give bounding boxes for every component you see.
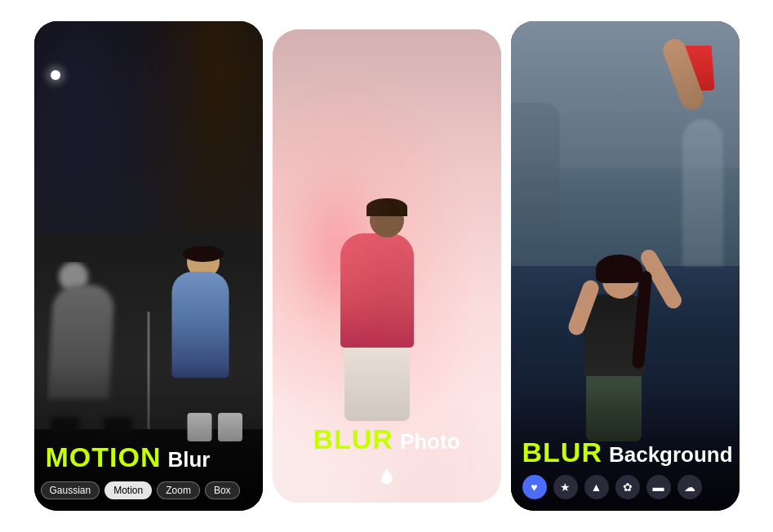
droplet-svg <box>378 468 396 485</box>
middle-title-line: BLUR Photo <box>313 423 460 455</box>
card-blur-photo[interactable]: BLUR Photo <box>273 29 501 503</box>
filter-tab-zoom[interactable]: Zoom <box>157 481 200 499</box>
right-title-plain: Background <box>609 442 733 468</box>
card-motion-blur[interactable]: MOTION Blur Gaussian Motion Zoom Box <box>34 21 263 511</box>
middle-overlay: BLUR Photo <box>273 405 501 503</box>
icon-game[interactable]: ✿ <box>615 475 640 499</box>
right-overlay: BLUR Background ♥ ★ ▲ ✿ ▬ ☁ <box>511 388 740 511</box>
filter-tab-box[interactable]: Box <box>205 481 240 499</box>
filter-tab-gaussian[interactable]: Gaussian <box>41 481 100 499</box>
right-title-accent: BLUR <box>522 437 602 468</box>
icon-star[interactable]: ★ <box>553 475 578 499</box>
mid-title-accent: BLUR <box>313 423 393 455</box>
filter-tabs-row[interactable]: Gaussian Motion Zoom Box <box>34 481 263 499</box>
droplet-icon[interactable] <box>375 465 398 488</box>
mid-title-plain: Photo <box>400 429 460 454</box>
card-blur-background[interactable]: BLUR Background ♥ ★ ▲ ✿ ▬ ☁ <box>511 21 740 511</box>
left-title-plain: Blur <box>167 447 210 472</box>
left-title-accent: MOTION <box>46 441 162 473</box>
right-title-line: BLUR Background <box>511 437 740 468</box>
icon-heart[interactable]: ♥ <box>522 475 547 499</box>
icon-row[interactable]: ♥ ★ ▲ ✿ ▬ ☁ <box>511 475 740 499</box>
icon-triangle[interactable]: ▲ <box>584 475 609 499</box>
icon-minus[interactable]: ▬ <box>646 475 671 499</box>
icon-cloud[interactable]: ☁ <box>677 475 702 499</box>
left-overlay: MOTION Blur Gaussian Motion Zoom Box <box>34 364 263 511</box>
light-dot <box>51 70 60 80</box>
app-container: MOTION Blur Gaussian Motion Zoom Box <box>18 5 756 527</box>
filter-tab-motion[interactable]: Motion <box>104 481 152 499</box>
left-title-line: MOTION Blur <box>34 441 263 473</box>
